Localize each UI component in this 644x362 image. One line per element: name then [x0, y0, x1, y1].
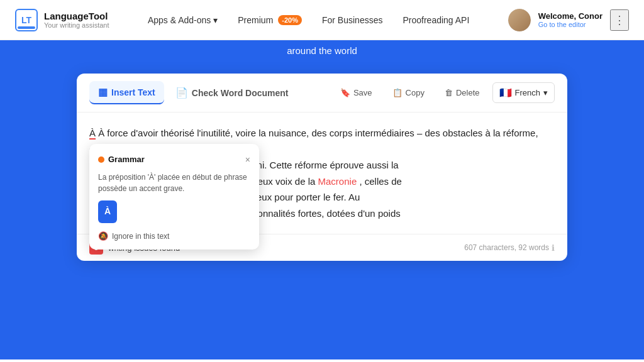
welcome-name: Welcome, Conor [538, 11, 602, 21]
user-area: Welcome, Conor Go to the editor ⋮ [508, 9, 629, 31]
popup-header: Grammar × [98, 153, 250, 167]
chevron-down-icon: ▾ [543, 88, 548, 97]
nav-api[interactable]: Proofreading API [402, 15, 469, 25]
char-count: 607 characters, 92 words ℹ [464, 243, 555, 253]
trash-icon: 🗑 [445, 88, 453, 97]
macronie-error[interactable]: Macronie [318, 176, 357, 187]
copy-button[interactable]: 📋 Copy [385, 84, 432, 101]
ignore-label: Ignore in this text [112, 230, 169, 243]
tab-insert-text[interactable]: ▦ Insert Text [89, 81, 164, 104]
avatar-image [508, 9, 531, 31]
french-flag-icon: 🇫🇷 [499, 87, 512, 99]
tab-insert-label: Insert Text [111, 87, 155, 97]
popup-title: Grammar [108, 153, 145, 167]
language-selector[interactable]: 🇫🇷 French ▾ [492, 82, 555, 103]
more-options-button[interactable]: ⋮ [610, 9, 629, 31]
header: LT LanguageTool Your writing assistant A… [0, 0, 644, 40]
logo-letters: LT [21, 15, 31, 25]
delete-button[interactable]: 🗑 Delete [437, 84, 487, 101]
language-label: French [515, 88, 540, 97]
popup-close-button[interactable]: × [245, 155, 250, 165]
editor-card: ▦ Insert Text 📄 Check Word Document 🔖 Sa… [77, 74, 567, 261]
logo-wave [18, 26, 35, 29]
ignore-button[interactable]: 🔕 Ignore in this text [98, 229, 250, 243]
suggestion-button[interactable]: À [98, 200, 117, 223]
save-button[interactable]: 🔖 Save [333, 84, 380, 101]
char-count-text: 607 characters, 92 words [464, 243, 549, 252]
nav-premium[interactable]: Premium -20% [238, 15, 302, 25]
grammar-popup: Grammar × La préposition 'À' placée en d… [89, 144, 259, 250]
app-tagline: Your writing assistant [44, 21, 109, 29]
main-nav: Apps & Add-ons ▾ Premium -20% For Busine… [148, 15, 469, 25]
error-word-a[interactable]: À [89, 128, 96, 140]
insert-text-icon: ▦ [98, 86, 108, 98]
grammar-indicator-dot [98, 156, 104, 163]
toolbar-actions: 🔖 Save 📋 Copy 🗑 Delete 🇫🇷 French ▾ [333, 82, 555, 103]
popup-description: La préposition 'À' placée en début de ph… [98, 172, 250, 194]
chevron-down-icon: ▾ [213, 15, 218, 25]
editor-body[interactable]: À À force d'avoir théorisé l'inutilité, … [77, 112, 567, 234]
welcome-text: Welcome, Conor Go to the editor [538, 11, 602, 28]
go-to-editor-link[interactable]: Go to the editor [538, 21, 602, 28]
main-content: ▦ Insert Text 📄 Check Word Document 🔖 Sa… [0, 61, 644, 359]
editor-toolbar: ▦ Insert Text 📄 Check Word Document 🔖 Sa… [77, 74, 567, 112]
premium-badge: -20% [278, 15, 302, 25]
tab-group: ▦ Insert Text 📄 Check Word Document [89, 81, 297, 104]
nav-apps[interactable]: Apps & Add-ons ▾ [148, 15, 218, 25]
banner: around the world [0, 40, 644, 61]
info-icon: ℹ [552, 243, 555, 253]
bookmark-icon: 🔖 [340, 88, 350, 97]
copy-icon: 📋 [392, 88, 402, 97]
tab-check-word[interactable]: 📄 Check Word Document [167, 81, 297, 104]
logo-text: LanguageTool Your writing assistant [44, 11, 109, 29]
logo[interactable]: LT LanguageTool Your writing assistant [15, 9, 109, 31]
tab-check-label: Check Word Document [192, 88, 289, 98]
nav-business[interactable]: For Businesses [322, 15, 382, 25]
banner-text: around the world [287, 45, 357, 56]
avatar [508, 9, 531, 31]
popup-title-row: Grammar [98, 153, 145, 167]
check-word-icon: 📄 [175, 87, 188, 99]
ignore-icon: 🔕 [98, 229, 108, 243]
app-name: LanguageTool [44, 11, 109, 21]
logo-icon: LT [15, 9, 38, 31]
